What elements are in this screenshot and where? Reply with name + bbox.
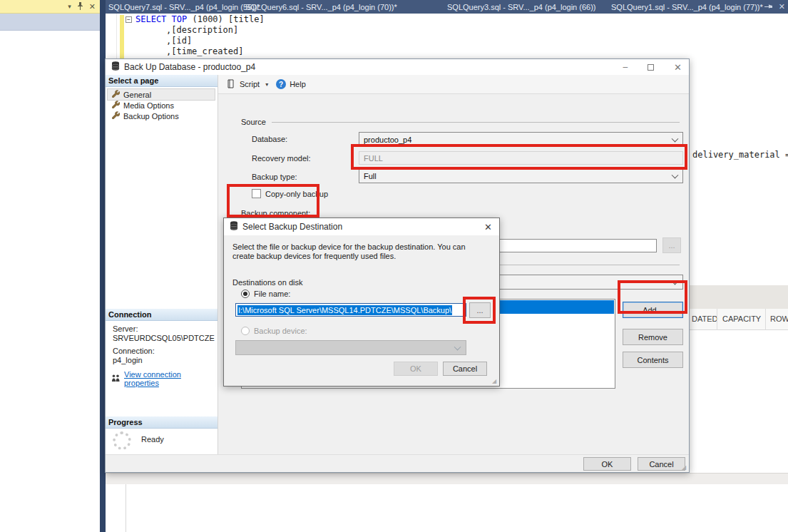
document-tabbar: SQLQuery7.sql - SRV..._p4 (p4_login (55)… — [106, 0, 788, 14]
file-name-radio[interactable] — [241, 290, 250, 298]
pin-icon[interactable] — [77, 2, 83, 11]
editor-change-tracking-bar — [120, 15, 124, 58]
backup-dialog-title: Back Up Database - productoo_p4 — [124, 62, 255, 72]
filegroups-browse-button: ... — [662, 237, 681, 253]
file-name-radio-label: File name: — [254, 290, 290, 298]
file-name-input[interactable]: I:\Microsoft SQL Server\MSSQL14.PDTCZE\M… — [235, 303, 466, 317]
annotation-browse-button — [463, 297, 496, 324]
grid-column-separator — [717, 309, 717, 330]
contents-button[interactable]: Contents — [623, 352, 683, 368]
chevron-down-icon — [672, 135, 679, 142]
script-dropdown-icon[interactable]: ▾ — [265, 81, 268, 88]
wrench-icon — [112, 101, 120, 110]
close-icon[interactable]: ✕ — [484, 222, 492, 232]
editor-margin-line — [116, 14, 117, 58]
destination-dialog-titlebar[interactable]: Select Backup Destination ✕ — [224, 218, 499, 235]
left-tool-window: ▾ ✕ — [0, 0, 100, 532]
database-icon — [230, 221, 238, 232]
progress-status: Ready — [141, 435, 164, 444]
pin-tab-icon[interactable] — [764, 3, 772, 11]
chevron-down-icon[interactable]: ▾ — [68, 3, 71, 10]
chevron-down-icon — [672, 171, 679, 178]
cancel-button[interactable]: Cancel — [638, 457, 685, 471]
resize-grip[interactable]: ◢ — [682, 465, 687, 471]
backup-dialog-titlebar[interactable]: Back Up Database - productoo_p4 – ✕ — [106, 59, 689, 75]
code-line-2: ,[description] — [166, 25, 238, 35]
source-group-label: Source — [241, 118, 266, 126]
tab-sqlquery1[interactable]: SQLQuery1.sql - SRV..._p4 (p4_login (77)… — [611, 0, 763, 14]
database-label: Database: — [252, 135, 287, 143]
destination-dialog-title: Select Backup Destination — [242, 222, 342, 232]
minimize-icon[interactable]: – — [623, 62, 628, 72]
code-collapse-icon[interactable]: − — [126, 16, 132, 23]
select-a-page-header: Select a page — [106, 75, 218, 87]
connection-properties-icon — [111, 374, 121, 384]
results-grid-header: DATED CAPACITY ROWID — [690, 309, 788, 330]
backup-dialog-footer: OK Cancel ◢ — [106, 454, 689, 472]
tool-window-titlebar: ▾ ✕ — [0, 0, 100, 14]
code-line-4: ,[time_created] — [166, 46, 243, 56]
select-a-page-panel: Select a page General Media Options Back… — [106, 75, 218, 456]
backup-type-label: Backup type: — [252, 173, 297, 181]
backup-dialog-toolbar: Script ▾ ? Help — [218, 75, 689, 94]
backup-type-combobox[interactable]: Full — [359, 168, 683, 183]
destination-dialog-body: Select the file or backup device for the… — [224, 235, 499, 386]
annotation-backup-type — [351, 144, 687, 170]
connection-label: Connection: — [113, 347, 155, 355]
ssms-window: ▾ ✕ SQLQuery7.sql - SRV..._p4 (p4_login … — [0, 0, 788, 532]
progress-header: Progress — [106, 416, 218, 429]
annotation-add-button — [618, 280, 687, 314]
remove-button[interactable]: Remove — [623, 329, 683, 345]
close-tab-icon[interactable]: ✕ — [779, 2, 785, 11]
ok-button: OK — [394, 362, 438, 376]
results-splitter-band — [106, 473, 788, 484]
server-label: Server: — [113, 324, 138, 333]
chevron-down-icon — [454, 343, 461, 350]
annotation-backup-component — [227, 184, 319, 218]
tab-sqlquery7[interactable]: SQLQuery7.sql - SRV..._p4 (p4_login (55)… — [108, 0, 260, 14]
backup-device-combobox — [235, 340, 466, 355]
script-icon — [227, 79, 236, 90]
grid-column-separator — [765, 309, 766, 330]
wrench-icon — [112, 111, 120, 121]
view-connection-properties-link[interactable]: View connection properties — [124, 370, 218, 387]
page-item-general[interactable]: General — [108, 89, 215, 100]
source-group-line — [272, 122, 680, 123]
code-line-1: SELECT TOP (1000) [title] — [135, 14, 265, 24]
progress-spinner-icon — [113, 431, 131, 450]
editor-guide-line — [126, 484, 126, 532]
close-icon[interactable]: ✕ — [89, 2, 96, 11]
code-line-3: ,[id] — [166, 36, 192, 46]
page-item-media-options[interactable]: Media Options — [108, 100, 218, 111]
destinations-on-disk-label: Destinations on disk — [232, 278, 302, 287]
tab-sqlquery3[interactable]: SQLQuery3.sql - SRV..._p4 (p4_login (66)… — [447, 0, 596, 14]
maximize-icon[interactable] — [648, 64, 654, 71]
connection-header: Connection — [106, 309, 218, 321]
close-icon[interactable]: ✕ — [674, 62, 682, 73]
help-button[interactable]: Help — [290, 80, 306, 88]
page-item-backup-options[interactable]: Backup Options — [108, 111, 218, 121]
grid-column-dated[interactable]: DATED — [692, 314, 717, 323]
results-pane-strip — [690, 285, 788, 309]
help-icon: ? — [276, 79, 286, 89]
tool-window-subheader — [0, 14, 100, 31]
backup-device-radio-label: Backup device: — [254, 327, 307, 335]
script-button[interactable]: Script — [240, 80, 260, 88]
cancel-button[interactable]: Cancel — [443, 362, 487, 376]
tab-sqlquery6[interactable]: SQLQuery6.sql - SRV..._p4 (p4_login (70)… — [245, 0, 397, 14]
database-icon — [111, 61, 120, 73]
backup-device-radio — [241, 327, 250, 335]
grid-column-capacity[interactable]: CAPACITY — [722, 314, 761, 323]
code-fragment-right: delivery_material = 1 — [692, 150, 788, 160]
destination-dialog-description: Select the file or backup device for the… — [232, 242, 489, 261]
select-backup-destination-dialog: Select Backup Destination ✕ Select the f… — [223, 218, 500, 387]
server-value: SRVEURDCSQL05\PDTCZE — [113, 334, 215, 342]
wrench-icon — [112, 90, 120, 99]
grid-column-rowid[interactable]: ROWID — [770, 314, 788, 323]
recovery-model-label: Recovery model: — [252, 154, 311, 163]
ok-button[interactable]: OK — [583, 457, 631, 471]
connection-value: p4_login — [113, 356, 143, 364]
resize-grip[interactable]: ◢ — [492, 379, 498, 384]
